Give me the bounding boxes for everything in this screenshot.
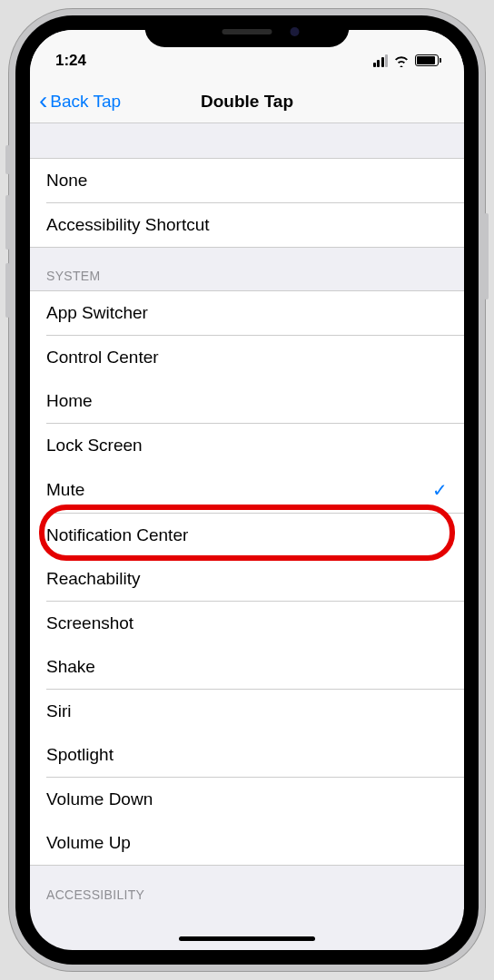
option-label: None <box>46 171 87 191</box>
settings-content[interactable]: None Accessibility Shortcut SYSTEM App S… <box>30 123 464 909</box>
option-control-center[interactable]: Control Center <box>30 336 464 379</box>
front-camera <box>291 27 300 36</box>
option-label: Spotlight <box>46 745 114 765</box>
system-section: App Switcher Control Center Home Lock Sc… <box>30 290 464 866</box>
option-label: Control Center <box>46 348 159 368</box>
option-siri[interactable]: Siri <box>30 690 464 733</box>
option-mute[interactable]: Mute ✓ <box>30 467 464 513</box>
battery-icon <box>415 54 439 66</box>
top-section: None Accessibility Shortcut <box>30 158 464 247</box>
option-label: Shake <box>46 657 95 677</box>
option-spotlight[interactable]: Spotlight <box>30 733 464 777</box>
navigation-bar: ‹ Back Tap Double Tap <box>30 80 464 123</box>
option-notification-center[interactable]: Notification Center <box>30 514 464 557</box>
volume-down-button <box>5 263 10 318</box>
option-app-switcher[interactable]: App Switcher <box>30 291 464 335</box>
option-none[interactable]: None <box>30 159 464 202</box>
silence-switch <box>5 145 10 174</box>
cellular-signal-icon <box>373 54 389 67</box>
option-label: Reachability <box>46 569 141 589</box>
option-volume-up[interactable]: Volume Up <box>30 821 464 865</box>
back-button[interactable]: ‹ Back Tap <box>39 90 121 113</box>
screen: 1:24 ‹ Back Tap <box>30 30 464 950</box>
phone-frame: 1:24 ‹ Back Tap <box>9 9 485 971</box>
option-volume-down[interactable]: Volume Down <box>30 778 464 821</box>
home-indicator[interactable] <box>179 936 315 941</box>
option-label: Screenshot <box>46 613 133 633</box>
accessibility-section-header: ACCESSIBILITY <box>30 866 464 909</box>
option-reachability[interactable]: Reachability <box>30 557 464 601</box>
option-screenshot[interactable]: Screenshot <box>30 602 464 645</box>
chevron-left-icon: ‹ <box>39 88 47 113</box>
option-shake[interactable]: Shake <box>30 645 464 689</box>
volume-up-button <box>5 195 10 250</box>
option-label: App Switcher <box>46 303 148 323</box>
system-section-header: SYSTEM <box>30 247 464 290</box>
option-label: Accessibility Shortcut <box>46 215 210 235</box>
option-lock-screen[interactable]: Lock Screen <box>30 424 464 467</box>
status-time: 1:24 <box>55 52 86 70</box>
notch <box>145 15 350 47</box>
back-button-label: Back Tap <box>50 92 121 112</box>
wifi-icon <box>393 54 410 67</box>
option-accessibility-shortcut[interactable]: Accessibility Shortcut <box>30 203 464 247</box>
option-label: Home <box>46 391 93 411</box>
option-label: Lock Screen <box>46 436 143 456</box>
power-button <box>484 213 489 299</box>
option-home[interactable]: Home <box>30 379 464 423</box>
option-label: Volume Down <box>46 789 153 809</box>
option-label: Siri <box>46 701 71 721</box>
page-title: Double Tap <box>201 92 293 112</box>
option-label: Mute <box>46 480 84 500</box>
status-icons <box>373 54 440 67</box>
option-label: Volume Up <box>46 833 131 853</box>
option-label: Notification Center <box>46 525 188 545</box>
checkmark-icon: ✓ <box>432 479 448 501</box>
speaker-grille <box>222 29 272 34</box>
phone-bezel: 1:24 ‹ Back Tap <box>15 15 479 965</box>
